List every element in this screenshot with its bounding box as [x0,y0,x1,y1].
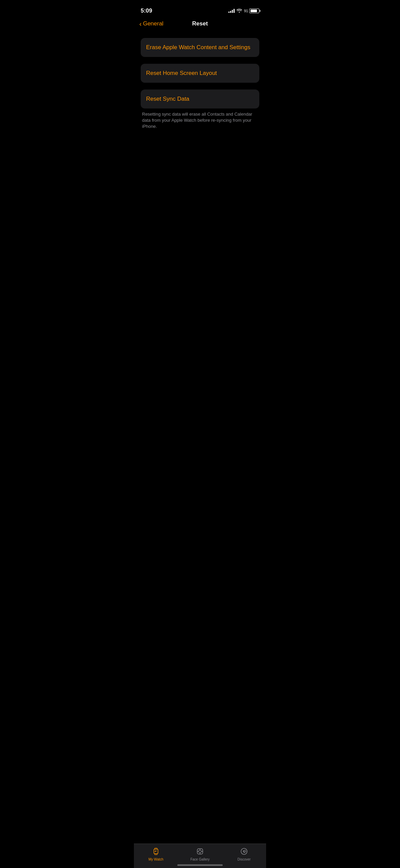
reset-home-button[interactable]: Reset Home Screen Layout [141,64,259,83]
battery-indicator: 91 [244,8,259,13]
nav-header: ‹ General Reset [134,17,266,33]
content-area: Erase Apple Watch Content and Settings R… [134,33,266,135]
back-button[interactable]: ‹ General [139,20,163,27]
page-title: Reset [192,20,208,27]
status-time: 5:09 [141,7,152,14]
back-chevron-icon: ‹ [139,20,142,27]
reset-sync-label: Reset Sync Data [146,96,189,102]
reset-sync-button[interactable]: Reset Sync Data [141,90,259,108]
back-label: General [143,20,163,27]
erase-watch-label: Erase Apple Watch Content and Settings [146,44,250,51]
erase-watch-button[interactable]: Erase Apple Watch Content and Settings [141,38,259,57]
battery-percentage: 91 [244,9,248,13]
reset-sync-section: Reset Sync Data Resetting sync data will… [141,90,259,130]
status-bar: 5:09 91 [134,0,266,17]
wifi-icon [237,8,242,14]
signal-icon [228,9,235,13]
reset-home-label: Reset Home Screen Layout [146,70,217,76]
reset-sync-description: Resetting sync data will erase all Conta… [141,111,259,130]
status-icons: 91 [228,8,259,14]
battery-icon [249,8,259,13]
